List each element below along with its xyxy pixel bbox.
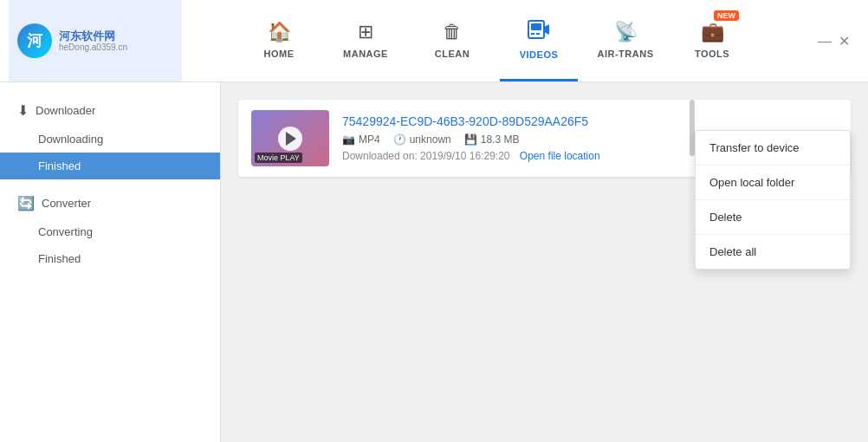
nav-air-trans[interactable]: 📡 AIR-TRANS [586, 0, 664, 81]
nav-manage-label: MANAGE [343, 49, 388, 59]
context-menu-open-folder[interactable]: Open local folder [696, 166, 850, 200]
home-icon: 🏠 [268, 21, 291, 43]
svg-rect-2 [531, 33, 534, 35]
open-location-link[interactable]: Open file location [520, 150, 600, 162]
logo-icon: 河 [17, 23, 52, 58]
sidebar-downloader-label: Downloader [36, 104, 95, 117]
play-arrow-icon [286, 132, 296, 146]
nav-videos-label: VIDEOS [520, 49, 559, 60]
videos-icon [528, 20, 550, 44]
context-menu: Transfer to device Open local folder Del… [695, 130, 851, 270]
sidebar: ⬇ Downloader Downloading Finished 🔄 Conv… [0, 82, 221, 442]
sidebar-converter-label: Converter [42, 197, 91, 210]
window-controls: — ✕ [809, 35, 859, 47]
context-menu-transfer[interactable]: Transfer to device [696, 131, 850, 166]
sidebar-downloader-header: ⬇ Downloader [0, 95, 220, 126]
video-format: 📷 MP4 [342, 133, 380, 146]
content-area: Movie PLAY 75429924-EC9D-46B3-920D-89D52… [221, 82, 868, 442]
video-camera-icon: 📷 [342, 133, 355, 146]
clock-icon: 🕐 [393, 133, 406, 146]
close-button[interactable]: ✕ [839, 35, 851, 47]
size-icon: 💾 [464, 133, 477, 146]
clean-icon: 🗑 [443, 21, 462, 43]
thumbnail-label: Movie PLAY [255, 153, 302, 163]
nav-manage[interactable]: ⊞ MANAGE [327, 0, 405, 81]
play-button[interactable] [278, 127, 302, 151]
nav-tools-label: TOOLS [695, 49, 729, 59]
tools-icon: 💼 [701, 21, 724, 43]
converter-icon: 🔄 [17, 195, 35, 211]
video-format-label: MP4 [359, 133, 380, 146]
sidebar-item-conv-finished[interactable]: Finished [0, 245, 220, 272]
video-duration-label: unknown [410, 133, 451, 146]
nav-clean-label: CLEAN [435, 49, 470, 59]
context-menu-delete-all[interactable]: Delete all [696, 235, 850, 269]
air-trans-icon: 📡 [614, 21, 638, 43]
nav-videos[interactable]: VIDEOS [500, 0, 578, 81]
nav-clean[interactable]: 🗑 CLEAN [413, 0, 491, 81]
video-size-label: 18.3 MB [481, 133, 520, 146]
date-label: Downloaded on: [342, 150, 418, 162]
svg-rect-3 [536, 33, 540, 35]
video-thumbnail: Movie PLAY [251, 110, 329, 166]
video-size: 💾 18.3 MB [464, 133, 520, 146]
logo-subtext: heDong.a0359.cn [59, 42, 127, 52]
svg-rect-1 [531, 23, 541, 30]
nav-home[interactable]: 🏠 HOME [240, 0, 318, 81]
tools-badge: NEW [714, 10, 739, 21]
logo-area: 河 河东软件网 heDong.a0359.cn [9, 0, 182, 81]
downloader-icon: ⬇ [17, 102, 29, 119]
sidebar-converter-header: 🔄 Converter [0, 188, 220, 218]
video-title: 75429924-EC9D-46B3-920D-89D529AA26F5 [342, 114, 838, 128]
context-menu-delete[interactable]: Delete [696, 200, 850, 235]
sidebar-item-downloading[interactable]: Downloading [0, 126, 220, 153]
top-bar: 河 河东软件网 heDong.a0359.cn 🏠 HOME ⊞ MANAGE … [0, 0, 868, 82]
navigation: 🏠 HOME ⊞ MANAGE 🗑 CLEAN VIDEOS [182, 0, 809, 81]
sidebar-item-finished[interactable]: Finished [0, 153, 220, 179]
logo-text: 河东软件网 [59, 29, 127, 43]
main-content: ⬇ Downloader Downloading Finished 🔄 Conv… [0, 82, 868, 442]
nav-home-label: HOME [264, 49, 295, 59]
manage-icon: ⊞ [358, 21, 373, 43]
video-duration: 🕐 unknown [393, 133, 451, 146]
date-value: 2019/9/10 16:29:20 [420, 150, 509, 162]
sidebar-item-converting[interactable]: Converting [0, 218, 220, 245]
nav-air-trans-label: AIR-TRANS [598, 49, 654, 59]
minimize-button[interactable]: — [818, 35, 830, 47]
nav-tools[interactable]: NEW 💼 TOOLS [673, 0, 751, 81]
